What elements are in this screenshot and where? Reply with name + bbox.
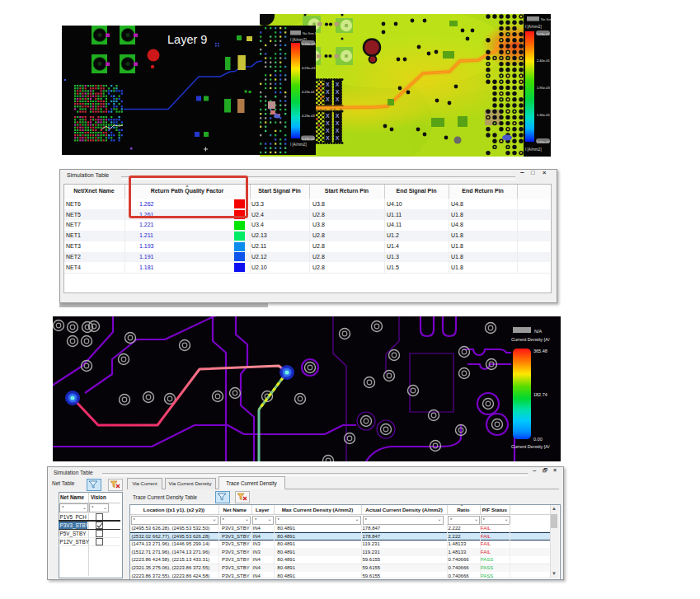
svg-text:1.25e-07: 1.25e-07: [537, 140, 551, 144]
svg-text:3.03e-01: 3.03e-01: [537, 32, 551, 36]
svg-text:I [A/mm2]: I [A/mm2]: [525, 147, 542, 152]
svg-text:X: X: [336, 96, 340, 102]
svg-text:1.30e-05: 1.30e-05: [537, 113, 551, 117]
svg-text:4.23e-01: 4.23e-01: [302, 90, 316, 94]
svg-text:4.23e-03: 4.23e-03: [302, 114, 316, 118]
svg-text:No Sim Data: No Sim Data: [541, 17, 551, 21]
svg-text:X: X: [326, 96, 330, 102]
svg-text:X: X: [336, 120, 340, 126]
svg-text:X: X: [326, 113, 330, 119]
svg-text:182.74: 182.74: [533, 392, 547, 397]
svg-text:X: X: [336, 113, 340, 119]
svg-text:4.23e+03: 4.23e+03: [302, 42, 316, 46]
svg-text:I [A/mm2]: I [A/mm2]: [290, 143, 307, 147]
svg-text:X: X: [326, 82, 330, 87]
svg-text:N/A: N/A: [534, 329, 543, 334]
svg-text:X: X: [336, 82, 340, 87]
svg-text:365.48: 365.48: [533, 349, 547, 353]
svg-text:X: X: [326, 128, 330, 133]
svg-text:No Sim Data: No Sim Data: [303, 31, 316, 35]
svg-text:0.00: 0.00: [533, 437, 543, 442]
svg-text:4.23e+01: 4.23e+01: [302, 66, 316, 70]
svg-text:X: X: [326, 135, 330, 141]
svg-text:I [A/mm2]: I [A/mm2]: [525, 25, 542, 29]
svg-text:X: X: [336, 89, 340, 95]
svg-text:X: X: [326, 120, 330, 126]
svg-text:4.23e-05: 4.23e-05: [302, 137, 316, 141]
svg-text:X: X: [326, 89, 330, 95]
svg-text:X: X: [336, 128, 340, 133]
svg-text:Layer 9: Layer 9: [167, 33, 207, 46]
svg-text:1.95e-03: 1.95e-03: [537, 86, 551, 90]
svg-text:X: X: [336, 135, 340, 141]
svg-text:Current Density [A/: Current Density [A/: [511, 444, 550, 449]
svg-text:2.40e-01: 2.40e-01: [537, 58, 551, 63]
svg-text:Current Density [A/: Current Density [A/: [511, 337, 550, 342]
